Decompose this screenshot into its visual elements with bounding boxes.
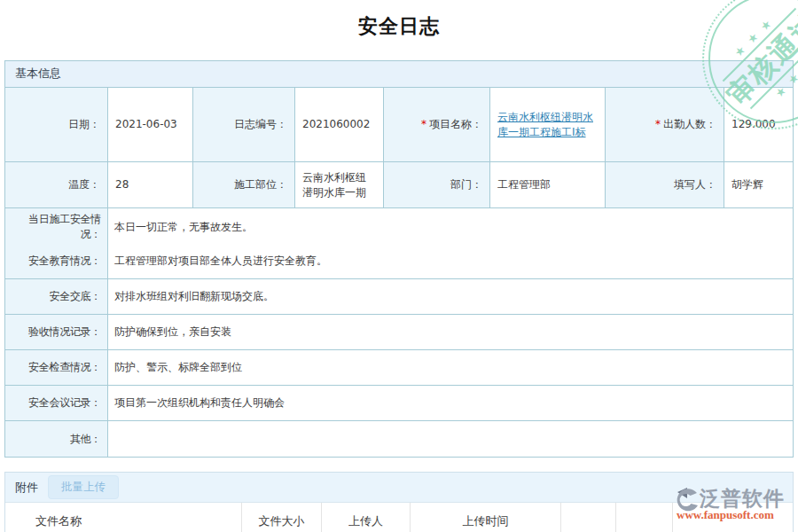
filler-value: 胡学辉 bbox=[724, 162, 793, 208]
page-title: 安全日志 bbox=[0, 13, 798, 40]
safety-education-value: 工程管理部对项目部全体人员进行安全教育。 bbox=[108, 244, 793, 279]
safety-disclosure-value: 对排水班组对利旧翻新现场交底。 bbox=[108, 279, 793, 315]
department-label: 部门： bbox=[384, 162, 490, 208]
other-value bbox=[108, 421, 793, 457]
required-asterisk: * bbox=[421, 117, 426, 132]
column-file-name: 文件名称 bbox=[5, 503, 242, 532]
acceptance-record-label: 验收情况记录： bbox=[5, 315, 108, 350]
date-label: 日期： bbox=[5, 88, 108, 162]
attendance-label: *出勤人数： bbox=[606, 88, 724, 162]
safety-meeting-label: 安全会议记录： bbox=[5, 386, 108, 421]
department-value: 工程管理部 bbox=[490, 162, 606, 208]
fanpu-logo: 泛普软件 www.fanpusoft.com bbox=[675, 484, 797, 523]
log-number-value: 2021060002 bbox=[295, 88, 384, 162]
basic-info-row-1: 日期： 2021-06-03 日志编号： 2021060002 *项目名称： 云… bbox=[5, 88, 793, 162]
basic-info-row-2: 温度： 28 施工部位： 云南水利枢纽潜明水库一期 部门： 工程管理部 填写人：… bbox=[5, 162, 793, 208]
column-empty-1 bbox=[561, 503, 616, 532]
attendance-value: 129.000 bbox=[724, 88, 793, 162]
required-asterisk: * bbox=[655, 117, 661, 132]
detail-row-daily-safety: 当日施工安全情况： 本日一切正常，无事故发生。 bbox=[5, 208, 793, 244]
detail-row-acceptance-record: 验收情况记录： 防护确保到位，亲自安装 bbox=[5, 315, 793, 350]
column-upload-time: 上传时间 bbox=[411, 503, 561, 532]
column-file-size: 文件大小 bbox=[242, 503, 322, 532]
temperature-value: 28 bbox=[108, 162, 193, 208]
acceptance-record-value: 防护确保到位，亲自安装 bbox=[108, 315, 793, 350]
basic-info-section: 基本信息 日期： 2021-06-03 日志编号： 2021060002 *项目… bbox=[4, 60, 794, 458]
detail-row-safety-meeting: 安全会议记录： 项目第一次组织机构和责任人明确会 bbox=[5, 386, 793, 421]
project-name-label: *项目名称： bbox=[384, 88, 490, 162]
safety-meeting-value: 项目第一次组织机构和责任人明确会 bbox=[108, 386, 793, 421]
log-number-label: 日志编号： bbox=[193, 88, 295, 162]
filler-label: 填写人： bbox=[606, 162, 724, 208]
date-value: 2021-06-03 bbox=[108, 88, 193, 162]
project-name-cell: 云南水利枢纽潜明水库一期工程施工I标 bbox=[490, 88, 606, 162]
fanpu-url-text: www.fanpusoft.com bbox=[677, 508, 774, 522]
work-part-value: 云南水利枢纽潜明水库一期 bbox=[295, 162, 384, 208]
detail-row-safety-education: 安全教育情况： 工程管理部对项目部全体人员进行安全教育。 bbox=[5, 244, 793, 279]
basic-info-header: 基本信息 bbox=[5, 61, 793, 88]
safety-inspection-label: 安全检查情况： bbox=[5, 350, 108, 386]
safety-education-label: 安全教育情况： bbox=[5, 244, 108, 279]
safety-inspection-value: 防护、警示、标牌全部到位 bbox=[108, 350, 793, 386]
attachments-title: 附件 bbox=[15, 480, 38, 496]
work-part-label: 施工部位： bbox=[193, 162, 295, 208]
column-empty-2 bbox=[616, 503, 673, 532]
other-label: 其他： bbox=[5, 421, 108, 457]
column-uploader: 上传人 bbox=[322, 503, 411, 532]
safety-disclosure-label: 安全交底： bbox=[5, 279, 108, 315]
daily-safety-label: 当日施工安全情况： bbox=[5, 208, 108, 246]
detail-row-other: 其他： bbox=[5, 421, 793, 457]
project-name-link[interactable]: 云南水利枢纽潜明水库一期工程施工I标 bbox=[497, 110, 598, 140]
batch-upload-button[interactable]: 批量上传 bbox=[48, 475, 119, 499]
detail-row-safety-disclosure: 安全交底： 对排水班组对利旧翻新现场交底。 bbox=[5, 279, 793, 315]
temperature-label: 温度： bbox=[5, 162, 108, 208]
detail-row-safety-inspection: 安全检查情况： 防护、警示、标牌全部到位 bbox=[5, 350, 793, 386]
daily-safety-value: 本日一切正常，无事故发生。 bbox=[108, 208, 793, 246]
